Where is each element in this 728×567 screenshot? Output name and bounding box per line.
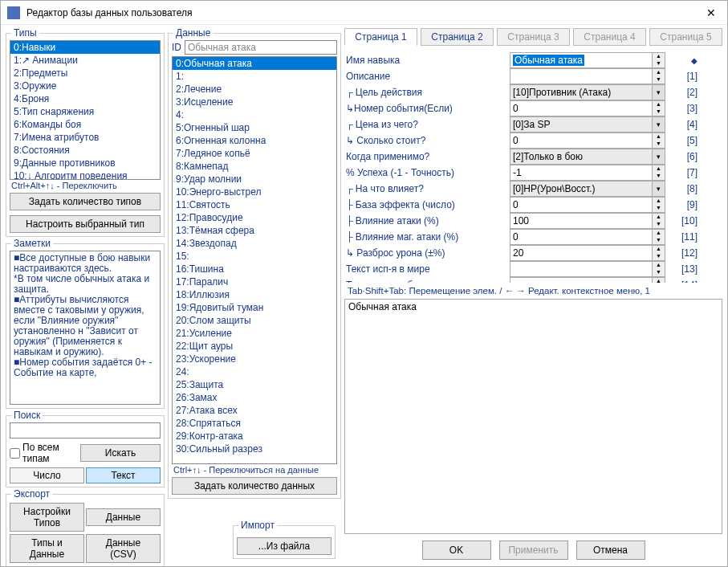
number-input[interactable]: 20▲▼ xyxy=(510,245,665,261)
id-input[interactable] xyxy=(185,40,337,55)
types-item[interactable]: 0:Навыки xyxy=(10,41,160,54)
number-input[interactable]: 0▲▼ xyxy=(510,197,665,213)
types-item[interactable]: 8:Состояния xyxy=(10,144,160,157)
search-mode-text[interactable]: Текст xyxy=(86,467,161,483)
text-input[interactable]: ▲▼ xyxy=(510,68,665,84)
types-item[interactable]: 3:Оружие xyxy=(10,80,160,92)
spinner-up-icon[interactable]: ▲ xyxy=(653,101,665,108)
spinner-down-icon[interactable]: ▼ xyxy=(653,237,665,244)
close-icon[interactable]: ✕ xyxy=(702,6,721,19)
description-area[interactable]: Обычная атака xyxy=(344,299,722,534)
select-input[interactable]: [2]Только в бою▾ xyxy=(510,149,665,165)
spinner-down-icon[interactable]: ▼ xyxy=(653,173,665,180)
number-input[interactable]: -1▲▼ xyxy=(510,165,665,181)
types-listbox[interactable]: 0:Навыки1:↗ Анимации2:Предметы3:Оружие4:… xyxy=(10,40,161,180)
data-item[interactable]: 4: xyxy=(173,108,336,121)
spinner-up-icon[interactable]: ▲ xyxy=(653,165,665,173)
data-item[interactable]: 15: xyxy=(173,250,336,263)
spinner-down-icon[interactable]: ▼ xyxy=(653,76,665,84)
types-item[interactable]: 10:↓ Алгоритм поведения xyxy=(10,169,160,180)
apply-button[interactable]: Применить xyxy=(499,540,568,560)
ok-button[interactable]: OK xyxy=(422,540,491,560)
types-item[interactable]: 5:Тип снаряжения xyxy=(10,105,160,118)
tab-page-1[interactable]: Страница 1 xyxy=(344,28,417,46)
search-mode-number[interactable]: Число xyxy=(10,467,84,483)
data-item[interactable]: 21:Усиление xyxy=(173,327,336,340)
data-item[interactable]: 26:Замах xyxy=(173,391,336,404)
data-item[interactable]: 14:Звездопад xyxy=(173,237,336,250)
spinner-up-icon[interactable]: ▲ xyxy=(653,198,665,205)
spinner-down-icon[interactable]: ▼ xyxy=(653,60,665,67)
export-data-button[interactable]: Данные xyxy=(86,508,161,526)
number-input[interactable]: 0▲▼ xyxy=(510,229,665,245)
select-input[interactable]: [0]За SP▾ xyxy=(510,116,665,133)
data-item[interactable]: 10:Энерго-выстрел xyxy=(173,186,336,198)
spinner-up-icon[interactable]: ▲ xyxy=(653,278,665,283)
data-item[interactable]: 23:Ускорение xyxy=(173,353,336,365)
spinner-down-icon[interactable]: ▼ xyxy=(653,269,665,276)
data-listbox[interactable]: 0:Обычная атака1:2:Лечение3:Исцеление4:5… xyxy=(172,56,337,464)
spinner-up-icon[interactable]: ▲ xyxy=(653,69,665,76)
spinner-up-icon[interactable]: ▲ xyxy=(653,53,665,60)
spinner-up-icon[interactable]: ▲ xyxy=(653,133,665,141)
spinner-down-icon[interactable]: ▼ xyxy=(653,108,665,116)
search-button[interactable]: Искать xyxy=(80,444,161,462)
data-item[interactable]: 25:Защита xyxy=(173,378,336,391)
data-item[interactable]: 16:Тишина xyxy=(173,263,336,275)
data-item[interactable]: 30:Сильный разрез xyxy=(173,443,336,455)
data-item[interactable]: 0:Обычная атака xyxy=(173,57,336,70)
data-item[interactable]: 19:Ядовитый туман xyxy=(173,301,336,314)
data-item[interactable]: 7:Ледяное копьё xyxy=(173,147,336,160)
search-all-types-checkbox[interactable]: По всем типам xyxy=(10,442,79,464)
spinner-down-icon[interactable]: ▼ xyxy=(653,253,665,260)
number-input[interactable]: 100▲▼ xyxy=(510,213,665,229)
set-type-count-button[interactable]: Задать количество типов xyxy=(10,193,161,210)
tab-page-2[interactable]: Страница 2 xyxy=(421,28,494,46)
name-input[interactable]: Обычная атака▲▼ xyxy=(510,52,665,68)
number-input[interactable]: 0▲▼ xyxy=(510,100,665,116)
data-item[interactable]: 20:Слом защиты xyxy=(173,314,336,327)
cancel-button[interactable]: Отмена xyxy=(576,540,645,560)
spinner-up-icon[interactable]: ▲ xyxy=(653,230,665,237)
data-item[interactable]: 17:Паралич xyxy=(173,275,336,288)
spinner-up-icon[interactable]: ▲ xyxy=(653,246,665,253)
export-types-and-data-button[interactable]: Типы и Данные xyxy=(10,534,84,563)
types-item[interactable]: 2:Предметы xyxy=(10,67,160,80)
data-item[interactable]: 13:Тёмная сфера xyxy=(173,224,336,237)
set-data-count-button[interactable]: Задать количество данных xyxy=(172,477,337,495)
types-item[interactable]: 6:Команды боя xyxy=(10,118,160,131)
types-item[interactable]: 1:↗ Анимации xyxy=(10,54,160,67)
data-item[interactable]: 2:Лечение xyxy=(173,83,336,96)
text-input[interactable]: ▲▼ xyxy=(510,277,665,283)
spinner-up-icon[interactable]: ▲ xyxy=(653,262,665,269)
data-item[interactable]: 1: xyxy=(173,70,336,83)
spinner-down-icon[interactable]: ▼ xyxy=(653,221,665,228)
data-item[interactable]: 18:Иллюзия xyxy=(173,288,336,301)
types-item[interactable]: 4:Броня xyxy=(10,92,160,105)
export-data-csv-button[interactable]: Данные (CSV) xyxy=(86,534,161,563)
select-input[interactable]: [10]Противник (Атака)▾ xyxy=(510,84,665,100)
import-from-file-button[interactable]: ...Из файла xyxy=(237,537,331,555)
export-type-settings-button[interactable]: Настройки Типов xyxy=(10,503,84,532)
types-item[interactable]: 9:Данные противников xyxy=(10,157,160,169)
data-item[interactable]: 28:Спрятаться xyxy=(173,417,336,430)
data-item[interactable]: 9:Удар молнии xyxy=(173,173,336,186)
data-item[interactable]: 8:Камнепад xyxy=(173,160,336,173)
data-item[interactable]: 22:Щит ауры xyxy=(173,340,336,353)
spinner-up-icon[interactable]: ▲ xyxy=(653,214,665,221)
spinner-down-icon[interactable]: ▼ xyxy=(653,141,665,148)
data-item[interactable]: 27:Атака всех xyxy=(173,404,336,417)
text-input[interactable]: ▲▼ xyxy=(510,261,665,277)
spinner-down-icon[interactable]: ▼ xyxy=(653,205,665,212)
select-input[interactable]: [0]HP(Урон\Восст.)▾ xyxy=(510,181,665,197)
number-input[interactable]: 0▲▼ xyxy=(510,133,665,149)
data-item[interactable]: 3:Исцеление xyxy=(173,96,336,108)
data-item[interactable]: 6:Огненная колонна xyxy=(173,134,336,147)
types-item[interactable]: 7:Имена атрибутов xyxy=(10,131,160,144)
data-item[interactable]: 12:Правосудие xyxy=(173,211,336,224)
data-item[interactable]: 11:Святость xyxy=(173,198,336,211)
search-input[interactable] xyxy=(10,422,161,439)
data-item[interactable]: 5:Огненный шар xyxy=(173,121,336,134)
configure-type-button[interactable]: Настроить выбранный тип xyxy=(10,215,161,233)
data-item[interactable]: 24: xyxy=(173,365,336,378)
